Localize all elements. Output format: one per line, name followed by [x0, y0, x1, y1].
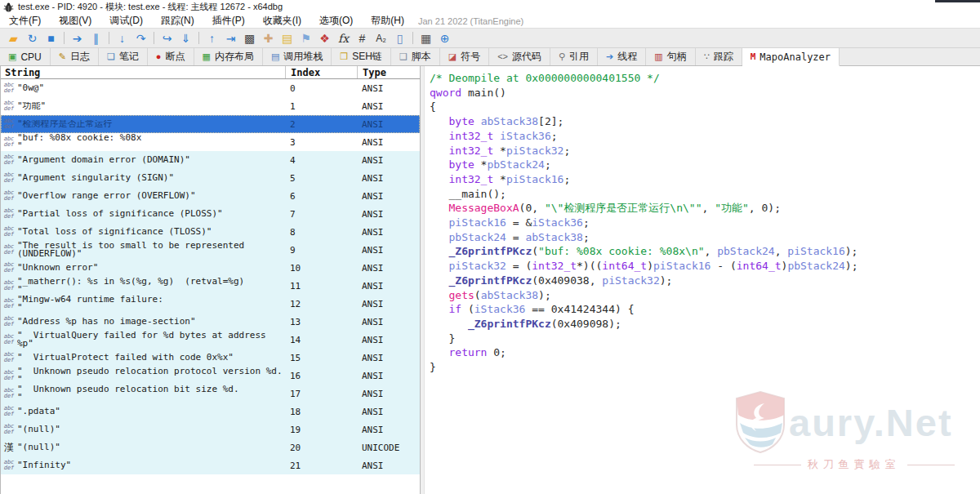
tab-内存布局[interactable]: ▦内存布局 [194, 48, 263, 65]
code-line: byte abStack38[2]; [430, 114, 980, 129]
bookmarks-icon[interactable]: ❖ [315, 30, 334, 47]
menu-item-5[interactable]: 收藏夹(I) [254, 14, 310, 28]
tab-引用[interactable]: ⚲引用 [550, 48, 598, 65]
string-row-1[interactable]: abcdef"功能"1ANSI [1, 97, 420, 115]
ansi-string-icon: abcdef [1, 424, 17, 435]
window-title: test.exe - PID: 4920 - 模块: test.exe - 线程… [18, 1, 283, 13]
close-icon[interactable]: ■ [42, 30, 60, 47]
tab-CPU[interactable]: ▣CPU [0, 48, 51, 65]
ansi-string-icon: abcdef [1, 388, 17, 399]
ansi-string-icon: abcdef [1, 100, 17, 112]
ansi-string-icon: abcdef [1, 280, 17, 292]
string-row-8[interactable]: abcdef"Total loss of significance (TLOSS… [1, 223, 420, 241]
step-into-icon[interactable]: ↓ [113, 30, 131, 47]
string-row-6[interactable]: abcdef"Overflow range error (OVERFLOW)"6… [1, 187, 420, 205]
string-row-2[interactable]: abcdef"检测程序是否正常运行2ANSI [1, 115, 420, 133]
menu-item-4[interactable]: 插件(P) [203, 14, 254, 28]
column-header-string[interactable]: String [1, 67, 285, 78]
string-index: 21 [285, 461, 357, 471]
run-to-user-code-icon[interactable]: ⇥ [221, 30, 240, 47]
string-index: 17 [285, 389, 357, 399]
string-index: 20 [285, 443, 357, 453]
ansi-string-icon: abcdef [1, 82, 17, 94]
tab-线程[interactable]: ➔线程 [598, 48, 646, 65]
string-row-20[interactable]: 漢"(null)"20UNICODE [1, 438, 420, 456]
tab-SEH链[interactable]: ❒SEH链 [332, 48, 391, 65]
string-row-12[interactable]: abcdef"Mingw-w64 runtime failure: "12ANS… [1, 295, 420, 313]
string-row-4[interactable]: abcdef"Argument domain error (DOMAIN)"4A… [1, 151, 420, 169]
column-header-type[interactable]: Type [357, 66, 420, 78]
menu-item-7[interactable]: 帮助(H) [362, 14, 413, 28]
trace-into-icon[interactable]: ↪ [158, 30, 176, 47]
menu-item-1[interactable]: 视图(V) [50, 14, 100, 28]
string-row-9[interactable]: abcdef"The result is too small to be rep… [1, 241, 420, 259]
string-row-5[interactable]: abcdef"Argument singularity (SIGN)"5ANSI [1, 169, 420, 187]
tab-句柄[interactable]: ▥句柄 [646, 48, 695, 65]
string-row-11[interactable]: abcdef"_matherr(): %s in %s(%g, %g) (ret… [1, 277, 420, 295]
string-row-17[interactable]: abcdef" Unknown pseudo relocation bit si… [1, 385, 420, 403]
open-file-icon[interactable]: ▰ [4, 30, 23, 47]
decompiler-output[interactable]: /* Deompile at 0x0000000000401550 */qwor… [425, 66, 980, 494]
string-value: "Argument domain error (DOMAIN)" [17, 156, 285, 164]
string-type: ANSI [357, 281, 420, 292]
labels-icon[interactable]: ⚑ [296, 30, 315, 47]
tab-日志[interactable]: ✎日志 [51, 48, 99, 65]
phone-icon[interactable]: ▯ [390, 30, 409, 47]
string-row-19[interactable]: abcdef"(null)"19ANSI [1, 421, 420, 438]
trace-over-icon[interactable]: ⇓ [176, 30, 195, 47]
string-value: "The result is too small to be represent… [17, 242, 285, 258]
menu-item-0[interactable]: 文件(F) [0, 14, 50, 28]
tab-断点[interactable]: ●断点 [148, 48, 194, 65]
string-row-21[interactable]: abcdef"Infinity"21ANSI [1, 456, 420, 474]
code-line: int32_t *piStack16; [430, 172, 980, 187]
string-type: ANSI [357, 299, 420, 309]
tab-调用堆栈[interactable]: ▤调用堆栈 [263, 48, 332, 65]
string-row-18[interactable]: abcdef".pdata"18ANSI [1, 403, 420, 421]
string-row-0[interactable]: abcdef"0w@"0ANSI [1, 79, 420, 97]
string-row-3[interactable]: abcdef"buf: %08x cookie: %08x "3ANSI [1, 133, 420, 151]
font-size-icon[interactable]: A₂ [372, 30, 390, 47]
tab-label: 调用堆栈 [283, 50, 323, 64]
globe-icon[interactable]: ⊕ [435, 30, 454, 47]
step-over-icon[interactable]: ↷ [131, 30, 150, 47]
patches-icon[interactable]: ✚ [259, 30, 278, 47]
preferences-icon[interactable]: ▩ [240, 30, 259, 47]
string-row-13[interactable]: abcdef"Address %p has no image-section"1… [1, 313, 420, 331]
tab-label: CPU [20, 51, 41, 63]
string-row-14[interactable]: abcdef" VirtualQuery failed for %d bytes… [1, 331, 420, 349]
execute-till-return-icon[interactable]: ↑ [203, 30, 221, 47]
menu-item-3[interactable]: 跟踪(N) [152, 14, 203, 28]
tab-跟踪[interactable]: ∵跟踪 [696, 48, 742, 65]
tab-笔记[interactable]: ❏笔记 [99, 48, 148, 65]
run-icon[interactable]: ➔ [68, 30, 87, 47]
hash-icon[interactable]: # [353, 30, 372, 47]
tab-label: 笔记 [119, 50, 139, 64]
pause-icon[interactable]: ∥ [87, 30, 105, 47]
comments-icon[interactable]: ▤ [278, 30, 296, 47]
tab-label: 线程 [617, 50, 637, 64]
string-value: " Unknown pseudo relocation protocol ver… [17, 367, 285, 384]
tab-label: 内存布局 [215, 50, 254, 64]
menu-item-6[interactable]: 选项(O) [310, 14, 362, 28]
handles-icon: ▥ [654, 52, 662, 61]
string-row-16[interactable]: abcdef" Unknown pseudo relocation protoc… [1, 367, 420, 385]
toolbar-separator [412, 32, 413, 44]
string-row-10[interactable]: abcdef"Unknown error"10ANSI [1, 259, 420, 277]
tab-符号[interactable]: ◪符号 [440, 48, 489, 65]
string-type: ANSI [357, 389, 420, 399]
code-line: gets(abStack38); [430, 288, 980, 303]
tab-MapoAnalyzer[interactable]: MMapoAnalyzer [742, 48, 840, 66]
menu-item-2[interactable]: 调试(D) [100, 14, 152, 28]
string-row-15[interactable]: abcdef" VirtualProtect failed with code … [1, 349, 420, 367]
ansi-string-icon: abcdef [1, 334, 17, 345]
tab-label: 跟踪 [714, 50, 733, 64]
tab-脚本[interactable]: ❑脚本 [391, 48, 440, 65]
restart-icon[interactable]: ↻ [23, 30, 42, 47]
column-header-index[interactable]: Index [285, 66, 357, 78]
string-row-7[interactable]: abcdef"Partial loss of significance (PLO… [1, 205, 420, 223]
tab-源代码[interactable]: <>源代码 [489, 48, 550, 65]
ansi-string-icon: abcdef [1, 298, 17, 309]
tab-label: SEH链 [352, 50, 382, 64]
calculator-icon[interactable]: ▦ [416, 30, 435, 47]
function-analysis-icon[interactable]: fx [334, 30, 353, 47]
